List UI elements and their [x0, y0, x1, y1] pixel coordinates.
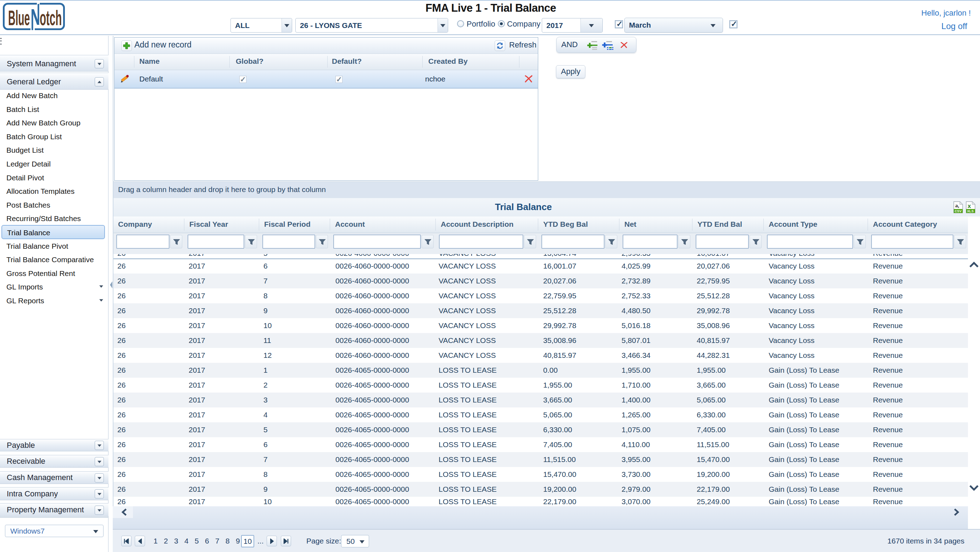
svg-text:CSV: CSV — [955, 209, 962, 213]
svg-text:XLS: XLS — [967, 209, 974, 213]
svg-text:a,: a, — [955, 203, 959, 208]
svg-text:x: x — [967, 203, 971, 209]
